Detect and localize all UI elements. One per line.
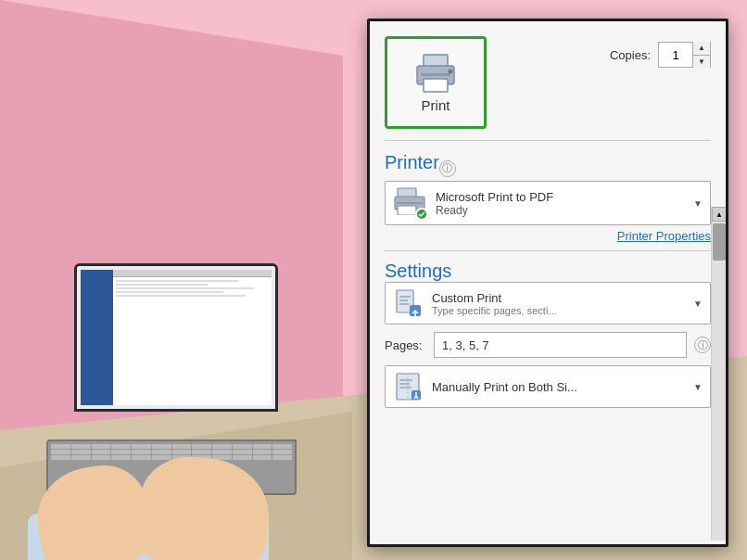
pages-input[interactable] xyxy=(434,332,687,358)
custom-print-desc: Type specific pages, secti... xyxy=(432,305,686,316)
settings-section-title: Settings xyxy=(385,261,451,281)
svg-rect-12 xyxy=(399,303,410,305)
print-button-section: Print Copies: ▲ ▼ xyxy=(370,21,726,140)
svg-rect-8 xyxy=(397,202,423,204)
svg-rect-17 xyxy=(399,383,410,385)
print-dialog: Print Copies: ▲ ▼ Printer ⓘ xyxy=(367,19,728,547)
copies-spinners: ▲ ▼ xyxy=(692,42,710,68)
scrollbar-thumb[interactable] xyxy=(713,223,726,261)
manual-print-icon xyxy=(393,372,423,401)
hands-illustration xyxy=(9,430,324,560)
manual-print-dropdown-arrow: ▼ xyxy=(693,382,703,392)
scrollbar-track: ▲ xyxy=(711,207,726,541)
printer-section: Printer ⓘ Microsoft Print to PDF Ready xyxy=(370,141,726,250)
scrollbar-up-button[interactable]: ▲ xyxy=(712,207,727,222)
manual-print-name: Manually Print on Both Si... xyxy=(432,380,686,394)
printer-icon-area xyxy=(393,187,426,219)
printer-properties-link[interactable]: Printer Properties xyxy=(385,229,711,243)
printer-name: Microsoft Print to PDF xyxy=(436,190,686,204)
svg-rect-7 xyxy=(398,206,416,215)
copies-increment[interactable]: ▲ xyxy=(693,42,710,56)
svg-point-4 xyxy=(449,69,453,73)
printer-section-title: Printer xyxy=(385,152,439,173)
printer-dropdown[interactable]: Microsoft Print to PDF Ready ▼ xyxy=(385,181,711,225)
pages-label: Pages: xyxy=(385,338,426,352)
settings-section: Settings Custom Print Type specific page… xyxy=(370,251,726,415)
printer-info-icon[interactable]: ⓘ xyxy=(439,160,456,177)
custom-print-name: Custom Print xyxy=(432,291,686,305)
custom-print-dropdown[interactable]: Custom Print Type specific pages, secti.… xyxy=(385,282,711,325)
svg-rect-16 xyxy=(399,379,412,381)
hand-left xyxy=(29,458,156,560)
svg-rect-11 xyxy=(399,299,408,301)
svg-rect-18 xyxy=(399,387,411,388)
printer-section-header: Printer ⓘ xyxy=(385,152,711,181)
copies-label: Copies: xyxy=(610,48,651,62)
pages-info-icon[interactable]: ⓘ xyxy=(694,337,711,353)
custom-print-dropdown-arrow: ▼ xyxy=(693,299,703,309)
custom-print-info: Custom Print Type specific pages, secti.… xyxy=(432,291,686,316)
copies-section: Copies: ▲ ▼ xyxy=(610,42,711,68)
printer-status-indicator xyxy=(415,208,428,221)
print-button[interactable]: Print xyxy=(385,36,487,129)
manual-print-dropdown[interactable]: Manually Print on Both Si... ▼ xyxy=(385,365,711,408)
print-button-label: Print xyxy=(422,97,450,113)
pages-row: Pages: ⓘ xyxy=(385,332,711,358)
svg-rect-3 xyxy=(421,73,450,76)
svg-rect-10 xyxy=(399,296,411,298)
svg-rect-2 xyxy=(424,79,448,92)
copies-decrement[interactable]: ▼ xyxy=(693,56,710,69)
hand-right xyxy=(134,452,273,560)
laptop-screen xyxy=(74,263,278,412)
print-icon xyxy=(411,53,460,94)
printer-info: Microsoft Print to PDF Ready xyxy=(436,190,686,217)
copies-input-box: ▲ ▼ xyxy=(658,42,711,68)
custom-print-icon xyxy=(393,288,423,318)
printer-status: Ready xyxy=(436,204,686,217)
printer-dropdown-arrow: ▼ xyxy=(693,198,703,209)
manual-print-info: Manually Print on Both Si... xyxy=(432,380,686,394)
copies-input[interactable] xyxy=(659,48,692,62)
